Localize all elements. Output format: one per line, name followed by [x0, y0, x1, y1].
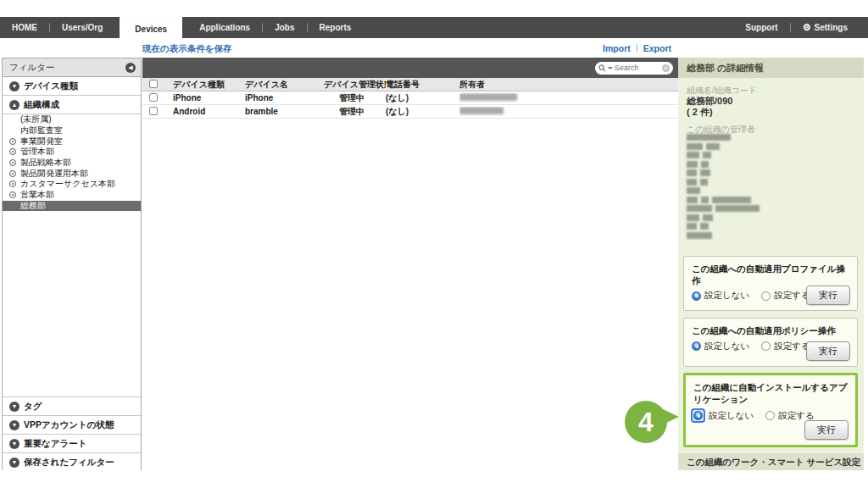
redacted-owner [459, 107, 504, 114]
sidebar-section-critical-alerts[interactable]: ▼ 重要なアラート [3, 434, 141, 452]
sidebar-org-admin-hq[interactable]: 管理本部 [3, 147, 141, 158]
radio-unselected-icon[interactable] [765, 411, 775, 420]
auto-install-app-box-highlighted: この組織に自動インストールするアプリケーション 設定しない 設定する 実行 [683, 373, 858, 447]
radio-selected-icon[interactable] [692, 341, 701, 351]
tree-expand-icon[interactable] [9, 159, 16, 166]
work-smart-section-header: この組織のワーク・スマート サービス設定 [678, 453, 864, 470]
radio-option-no[interactable]: 設定しない [692, 290, 749, 302]
chevron-down-circle-icon: ▼ [9, 81, 19, 92]
radio-label: 設定しない [704, 341, 749, 352]
radio-option-no[interactable]: 設定しない [692, 341, 749, 352]
table-toolbar: ✕ [142, 58, 678, 78]
sidebar-org-internal-audit[interactable]: 内部監査室 [3, 125, 141, 136]
chevron-down-circle-icon: ▼ [9, 458, 19, 468]
radio-selected-icon[interactable] [693, 411, 703, 420]
step-4-annotation-badge: 4 [625, 401, 667, 443]
nav-tab-home[interactable]: HOME [0, 17, 49, 38]
filter-sidebar-header: フィルター ◀ [3, 58, 141, 77]
device-list-area: ✕ デバイス種類 デバイス名 デバイス管理状態 電話番号 所有者 iPhone … [142, 58, 678, 470]
radio-label: 設定する [774, 341, 810, 352]
tree-expand-icon[interactable] [9, 191, 16, 198]
filter-title: フィルター [9, 62, 54, 74]
focus-ring [691, 408, 705, 423]
nav-tab-users-org[interactable]: Users/Org [50, 17, 114, 38]
box-title: この組織への自動適用ポリシー操作 [692, 325, 849, 337]
radio-option-no-focused[interactable]: 設定しない [693, 408, 754, 423]
row-checkbox[interactable] [149, 107, 158, 115]
sidebar-org-unassigned[interactable]: (未所属) [3, 114, 141, 125]
tree-expand-icon[interactable] [9, 138, 16, 145]
row-checkbox[interactable] [149, 93, 158, 102]
radio-option-yes[interactable]: 設定する [761, 341, 810, 352]
auto-profile-action-box: この組織への自動適用プロファイル操作 設定しない 設定する 実行 [683, 256, 858, 311]
search-input[interactable] [615, 64, 660, 72]
sidebar-org-sales-hq[interactable]: 営業本部 [3, 190, 141, 201]
cell-device-type: Android [173, 107, 245, 116]
export-link[interactable]: Export [643, 43, 671, 53]
table-row[interactable]: Android bramble 管理中 (なし) [142, 105, 678, 119]
nav-utilities: Support ⚙ Settings [733, 17, 868, 38]
execute-button[interactable]: 実行 [806, 286, 850, 305]
section-label: 組織構成 [24, 99, 59, 111]
radio-unselected-icon[interactable] [761, 291, 771, 301]
radio-selected-icon[interactable] [692, 291, 701, 301]
import-link[interactable]: Import [603, 43, 631, 53]
save-current-view-link[interactable]: 現在の表示条件を保存 [142, 43, 232, 55]
nav-tab-reports[interactable]: Reports [308, 17, 364, 38]
redacted-admin-info [687, 134, 788, 241]
section-label: デバイス種類 [24, 80, 78, 92]
search-box[interactable]: ✕ [595, 62, 673, 75]
nav-tabs: HOME Users/Org Devices Applications Jobs… [0, 17, 363, 38]
cell-device-name: bramble [245, 107, 324, 116]
sidebar-section-saved-filters[interactable]: ▼ 保存されたフィルター [3, 452, 141, 471]
clear-search-icon[interactable]: ✕ [662, 64, 670, 72]
nav-tab-jobs[interactable]: Jobs [263, 17, 306, 38]
support-link[interactable]: Support [733, 17, 789, 38]
settings-link[interactable]: ⚙ Settings [791, 17, 860, 38]
select-all-checkbox[interactable] [149, 80, 158, 88]
sidebar-org-product-devops[interactable]: 製品開発運用本部 [3, 168, 141, 179]
box-title: この組織に自動インストールするアプリケーション [693, 382, 848, 405]
filter-sidebar: フィルター ◀ ▼ デバイス種類 ▲ 組織構成 (未所属) 内部監査室 事業開発… [2, 58, 142, 470]
search-icon [598, 64, 606, 72]
tree-expand-icon[interactable] [9, 170, 16, 177]
execute-button[interactable]: 実行 [806, 341, 850, 361]
collapse-sidebar-icon[interactable]: ◀ [125, 63, 136, 73]
sidebar-bottom-sections: ▼ タグ ▼ VPPアカウントの状態 ▼ 重要なアラート ▼ 保存されたフィルタ… [3, 396, 141, 471]
top-nav: HOME Users/Org Devices Applications Jobs… [0, 17, 868, 38]
sidebar-section-org-structure[interactable]: ▲ 組織構成 [3, 96, 141, 114]
radio-label: 設定する [774, 290, 810, 302]
sidebar-section-tags[interactable]: ▼ タグ [3, 396, 141, 415]
gear-icon: ⚙ [803, 22, 811, 33]
detail-panel-title: 総務部 の詳細情報 [678, 58, 864, 78]
cell-mgmt-status: 管理中 [324, 106, 386, 118]
tree-expand-icon[interactable] [9, 180, 16, 187]
table-row[interactable]: iPhone iPhone 管理中 (なし) [142, 92, 678, 105]
col-device-name: デバイス名 [245, 79, 324, 91]
sidebar-org-customer-success[interactable]: カスタマーサクセス本部 [3, 179, 141, 190]
section-label: タグ [24, 401, 42, 413]
radio-label: 設定しない [709, 410, 754, 422]
box-title: この組織への自動適用プロファイル操作 [692, 263, 849, 286]
app-window: HOME Users/Org Devices Applications Jobs… [0, 0, 868, 488]
sidebar-org-product-strategy[interactable]: 製品戦略本部 [3, 158, 141, 169]
sidebar-section-device-type[interactable]: ▼ デバイス種類 [3, 77, 141, 96]
radio-unselected-icon[interactable] [761, 341, 771, 351]
col-phone: 電話番号 [386, 79, 459, 91]
section-label: 保存されたフィルター [24, 457, 114, 469]
radio-option-yes[interactable]: 設定する [761, 290, 810, 302]
tree-expand-icon[interactable] [9, 148, 16, 155]
org-label: 総務部 [20, 200, 46, 212]
execute-button[interactable]: 実行 [804, 420, 849, 440]
sidebar-section-vpp-account[interactable]: ▼ VPPアカウントの状態 [3, 415, 141, 434]
cell-mgmt-status: 管理中 [324, 92, 386, 104]
sidebar-org-business-dev[interactable]: 事業開発室 [3, 136, 141, 147]
table-header-row: デバイス種類 デバイス名 デバイス管理状態 電話番号 所有者 [142, 78, 678, 92]
section-label: VPPアカウントの状態 [24, 419, 114, 431]
cell-phone: (なし) [386, 106, 459, 118]
sidebar-org-general-affairs-selected[interactable]: 総務部 [3, 201, 141, 212]
org-tree: (未所属) 内部監査室 事業開発室 管理本部 製品戦略本部 製品開発運用本部 カ… [3, 114, 141, 211]
section-label: 重要なアラート [24, 438, 86, 450]
nav-tab-applications[interactable]: Applications [187, 17, 262, 38]
search-scope-caret-icon[interactable] [608, 67, 613, 69]
